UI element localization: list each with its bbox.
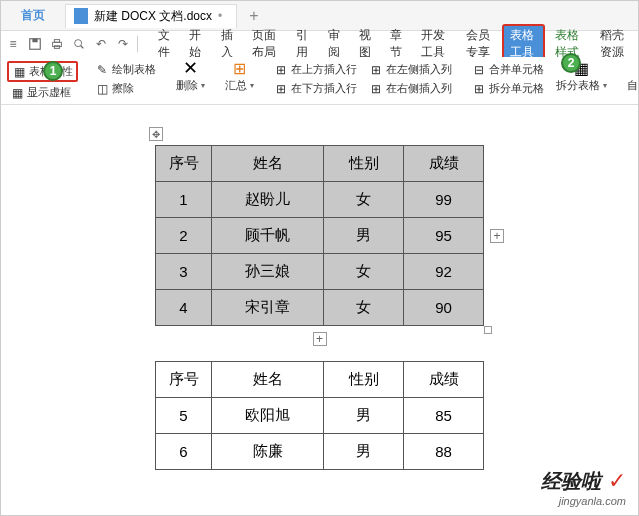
merge-cells-button[interactable]: ⊟ 合并单元格	[469, 61, 547, 78]
eraser-label: 擦除	[112, 81, 134, 96]
header-score: 成绩	[404, 362, 484, 398]
delete-icon: ✕	[184, 61, 198, 75]
table-row[interactable]: 6 陈廉 男 88	[156, 434, 484, 470]
insert-above-button[interactable]: ⊞ 在上方插入行	[271, 61, 360, 78]
header-name: 姓名	[212, 362, 324, 398]
cell[interactable]: 顾千帆	[212, 218, 324, 254]
table-row[interactable]: 3 孙三娘 女 92	[156, 254, 484, 290]
merge-icon: ⊟	[472, 63, 486, 77]
cell[interactable]: 6	[156, 434, 212, 470]
pencil-icon: ✎	[95, 63, 109, 77]
insert-below-button[interactable]: ⊞ 在下方插入行	[271, 80, 360, 97]
table-props-icon: ▦	[12, 65, 26, 79]
divider	[137, 36, 138, 52]
watermark: 经验啦 ✓ jingyanla.com	[541, 468, 626, 507]
table-row[interactable]: 2 顾千帆 男 95	[156, 218, 484, 254]
cell[interactable]: 宋引章	[212, 290, 324, 326]
insert-col-left-icon: ⊞	[369, 63, 383, 77]
table-row[interactable]: 4 宋引章 女 90	[156, 290, 484, 326]
insert-col-right-icon: ⊞	[369, 82, 383, 96]
menu-icon[interactable]: ≡	[5, 36, 21, 52]
annotation-badge-2: 2	[561, 53, 581, 73]
document-area: ✥ 序号 姓名 性别 成绩 1 赵盼儿 女 99 2 顾千帆 男 95 3	[1, 105, 638, 505]
insert-left-label: 在左侧插入列	[386, 62, 452, 77]
insert-right-button[interactable]: ⊞ 在右侧插入列	[366, 80, 455, 97]
cell[interactable]: 女	[324, 254, 404, 290]
cell[interactable]: 孙三娘	[212, 254, 324, 290]
split-table-label: 拆分表格	[556, 78, 600, 93]
draw-label: 绘制表格	[112, 62, 156, 77]
split-cells-button[interactable]: ⊞ 拆分单元格	[469, 80, 547, 97]
data-table-1[interactable]: 序号 姓名 性别 成绩 1 赵盼儿 女 99 2 顾千帆 男 95 3 孙三娘 …	[155, 145, 484, 326]
cell[interactable]: 2	[156, 218, 212, 254]
header-gender: 性别	[324, 146, 404, 182]
redo-icon[interactable]: ↷	[115, 36, 131, 52]
svg-rect-3	[54, 40, 59, 43]
summary-button[interactable]: 汇总 ▾	[222, 77, 257, 94]
eraser-icon: ◫	[95, 82, 109, 96]
cell[interactable]: 5	[156, 398, 212, 434]
add-row-handle[interactable]: +	[313, 332, 327, 346]
cell[interactable]: 4	[156, 290, 212, 326]
cell[interactable]: 女	[324, 290, 404, 326]
gridlines-icon: ▦	[10, 86, 24, 100]
gridlines-label: 显示虚框	[27, 85, 71, 100]
svg-point-5	[75, 40, 82, 47]
svg-rect-1	[32, 39, 37, 43]
cell[interactable]: 90	[404, 290, 484, 326]
cell[interactable]: 赵盼儿	[212, 182, 324, 218]
summary-label: 汇总	[225, 78, 247, 93]
annotation-badge-1: 1	[43, 61, 63, 81]
chevron-down-icon: ▾	[201, 81, 205, 90]
insert-row-above-icon: ⊞	[274, 63, 288, 77]
save-icon[interactable]	[27, 36, 43, 52]
summary-icon: ⊞	[233, 61, 247, 75]
new-tab-button[interactable]: +	[249, 7, 258, 25]
cell[interactable]: 陈廉	[212, 434, 324, 470]
undo-icon[interactable]: ↶	[93, 36, 109, 52]
eraser-button[interactable]: ◫ 擦除	[92, 80, 159, 97]
table-row[interactable]: 5 欧阳旭 男 85	[156, 398, 484, 434]
table-row[interactable]: 1 赵盼儿 女 99	[156, 182, 484, 218]
insert-left-button[interactable]: ⊞ 在左侧插入列	[366, 61, 455, 78]
watermark-en: jingyanla.com	[541, 495, 626, 507]
draw-table-button[interactable]: ✎ 绘制表格	[92, 61, 159, 78]
chevron-down-icon: ▾	[250, 81, 254, 90]
cell[interactable]: 男	[324, 218, 404, 254]
cell[interactable]: 女	[324, 182, 404, 218]
cell[interactable]: 99	[404, 182, 484, 218]
cell[interactable]: 1	[156, 182, 212, 218]
cell[interactable]: 92	[404, 254, 484, 290]
delete-label: 删除	[176, 78, 198, 93]
insert-below-label: 在下方插入行	[291, 81, 357, 96]
cell[interactable]: 3	[156, 254, 212, 290]
chevron-down-icon: ▾	[603, 81, 607, 90]
preview-icon[interactable]	[71, 36, 87, 52]
svg-line-6	[81, 46, 84, 49]
show-gridlines-button[interactable]: ▦ 显示虚框	[7, 84, 78, 101]
cell[interactable]: 男	[324, 398, 404, 434]
split-icon: ⊞	[472, 82, 486, 96]
add-column-handle[interactable]: +	[490, 229, 504, 243]
auto-adjust-label: 自动调整	[627, 78, 639, 93]
print-icon[interactable]	[49, 36, 65, 52]
home-tab[interactable]: 首页	[9, 3, 57, 28]
split-table-button[interactable]: 拆分表格 ▾	[553, 77, 610, 94]
data-table-2[interactable]: 序号 姓名 性别 成绩 5 欧阳旭 男 85 6 陈廉 男 88	[155, 361, 484, 470]
insert-above-label: 在上方插入行	[291, 62, 357, 77]
cell[interactable]: 95	[404, 218, 484, 254]
header-gender: 性别	[324, 362, 404, 398]
resize-handle[interactable]	[484, 326, 492, 334]
check-icon: ✓	[608, 468, 626, 493]
cell[interactable]: 欧阳旭	[212, 398, 324, 434]
delete-button[interactable]: 删除 ▾	[173, 77, 208, 94]
cell[interactable]: 88	[404, 434, 484, 470]
table-header-row: 序号 姓名 性别 成绩	[156, 362, 484, 398]
tab-modified-indicator: •	[218, 9, 222, 23]
cell[interactable]: 男	[324, 434, 404, 470]
table-header-row: 序号 姓名 性别 成绩	[156, 146, 484, 182]
auto-adjust-button[interactable]: 自动调整 ▾	[624, 77, 639, 94]
cell[interactable]: 85	[404, 398, 484, 434]
split-label: 拆分单元格	[489, 81, 544, 96]
table-anchor-icon[interactable]: ✥	[149, 127, 163, 141]
